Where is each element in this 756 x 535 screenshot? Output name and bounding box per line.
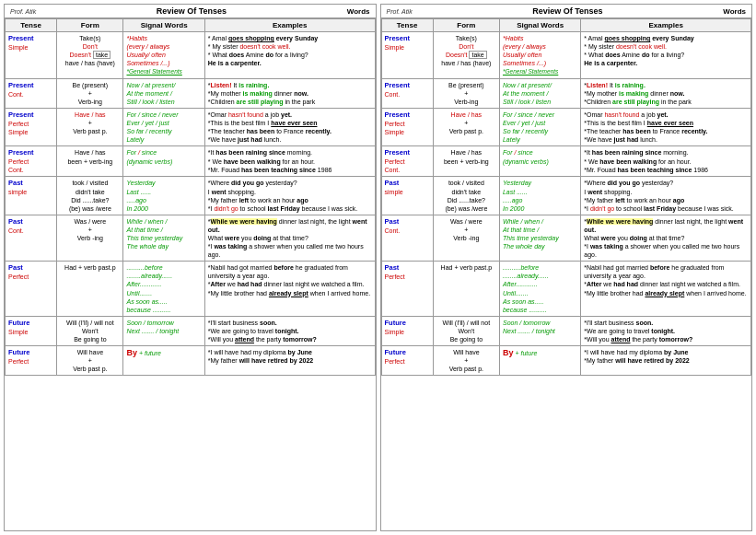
example-cell: *While we were having dinner last night,… [204, 215, 375, 261]
example-cell: *I'll start business soon. *We are going… [204, 316, 375, 345]
table-row: PastCont.Was / were+Verb -ingWhile / whe… [6, 215, 376, 261]
signal-cell: *Habits(every / alwaysUsually/ oftenSome… [123, 32, 204, 79]
signal-cell: ..........before........already......Aft… [123, 262, 204, 317]
tense-cell: PresentPerfectCont. [6, 146, 57, 177]
signal-cell: For / since / neverEver / yet / justSo f… [123, 109, 204, 146]
form-cell: Was / were+Verb -ing [433, 215, 499, 261]
signal-cell: Now / at present/At the moment /Still / … [123, 78, 204, 108]
table-row: PresentPerfectCont.Have / hasbeen + verb… [6, 146, 376, 177]
form-cell: Will have+Verb past p. [57, 346, 123, 376]
left-header: Prof. Atik Review Of Tenses Words [5, 5, 376, 18]
col-example-right: Examples [581, 19, 751, 32]
tense-cell: PresentSimple [381, 32, 433, 79]
form-cell: Had + verb past.p [57, 262, 123, 317]
left-title: Review Of Tenses [157, 6, 227, 16]
table-row: PresentCont.Be (present)+Verb-ingNow / a… [381, 78, 751, 108]
col-form-right: Form [433, 19, 499, 32]
tense-cell: PresentPerfectSimple [381, 109, 433, 146]
form-cell: Take(s)Don'tDoesn't takehave / has (have… [433, 32, 499, 79]
signal-cell: For / since(dynamic verbs) [499, 146, 580, 177]
example-cell: *Omar hasn't found a job yet. *This is t… [204, 109, 375, 146]
tense-cell: Pastsimple [381, 177, 433, 215]
right-header: Prof. Atik Review Of Tenses Words [381, 5, 752, 18]
tense-cell: PastCont. [6, 215, 57, 261]
form-cell: Have / has+Verb past p. [57, 109, 123, 146]
tense-cell: PresentPerfectSimple [6, 109, 57, 146]
table-row: PresentPerfectSimpleHave / has+Verb past… [381, 109, 751, 146]
col-form-left: Form [57, 19, 123, 32]
table-row: FutureSimpleWill (I'll) / will notWon'tB… [381, 316, 751, 345]
right-title: Review Of Tenses [532, 6, 602, 16]
form-cell: Have / has+Verb past p. [433, 109, 499, 146]
signal-cell: For / since / neverEver / yet / justSo f… [499, 109, 580, 146]
signal-cell: By + future [499, 346, 580, 376]
example-cell: * Amal goes shopping every Sunday * My s… [204, 32, 375, 79]
signal-cell: YesterdayLast ...........agoIn 2000 [499, 177, 580, 215]
form-cell: took / visiteddidn't takeDid ......take?… [433, 177, 499, 215]
tense-cell: PresentCont. [381, 78, 433, 108]
signal-cell: While / when /At that time /This time ye… [123, 215, 204, 261]
form-cell: Will (I'll) / will notWon'tBe going to [433, 316, 499, 345]
right-worksheet: Prof. Atik Review Of Tenses Words Tense … [380, 4, 753, 531]
tense-cell: PastCont. [381, 215, 433, 261]
example-cell: *Omar hasn't found a job yet. *This is t… [581, 109, 751, 146]
signal-cell: YesterdayLast ...........agoIn 2000 [123, 177, 204, 215]
signal-cell: Soon / tomorrowNext ....... / tonight [499, 316, 580, 345]
right-words-label: Words [723, 7, 746, 16]
table-row: PastCont.Was / were+Verb -ingWhile / whe… [381, 215, 751, 261]
left-author: Prof. Atik [10, 8, 36, 15]
signal-cell: By + future [123, 346, 204, 376]
tense-cell: PresentSimple [6, 32, 57, 79]
col-tense-right: Tense [381, 19, 433, 32]
signal-cell: For / since(dynamic verbs) [123, 146, 204, 177]
right-author: Prof. Atik [387, 8, 413, 15]
form-cell: Be (present)+Verb-ing [433, 78, 499, 108]
table-row: FuturePerfectWill have+Verb past p.By + … [6, 346, 376, 376]
example-cell: *I will have had my diploma by June *My … [581, 346, 751, 376]
signal-cell: Soon / tomorrowNext ....... / tonight [123, 316, 204, 345]
tense-cell: PastPerfect [6, 262, 57, 317]
table-row: PresentSimpleTake(s)Don'tDoesn't takehav… [6, 32, 376, 79]
tense-cell: PresentCont. [6, 78, 57, 108]
signal-cell: ..........before........already......Aft… [499, 262, 580, 317]
table-row: PresentPerfectCont.Have / hasbeen + verb… [381, 146, 751, 177]
example-cell: *It has been raining since morning. * We… [581, 146, 751, 177]
form-cell: Have / hasbeen + verb-ing [57, 146, 123, 177]
signal-cell: While / when /At that time /This time ye… [499, 215, 580, 261]
example-cell: *Nabil had got married before he graduat… [581, 262, 751, 317]
example-cell: *Listen! It is raining. *My mother is ma… [581, 78, 751, 108]
left-table: Tense Form Signal Words Examples Present… [5, 18, 376, 376]
tense-cell: FuturePerfect [381, 346, 433, 376]
tense-cell: FutureSimple [381, 316, 433, 345]
left-words-label: Words [347, 7, 370, 16]
form-cell: Be (present)+Verb-ing [57, 78, 123, 108]
col-example-left: Examples [204, 19, 375, 32]
col-tense-left: Tense [6, 19, 57, 32]
signal-cell: Now / at present/At the moment /Still / … [499, 78, 580, 108]
left-worksheet: Prof. Atik Review Of Tenses Words Tense … [4, 4, 377, 531]
example-cell: *Where did you go yesterday? I went shop… [204, 177, 375, 215]
example-cell: *Nabil had got married before he graduat… [204, 262, 375, 317]
tense-cell: FutureSimple [6, 316, 57, 345]
right-header-row: Tense Form Signal Words Examples [381, 19, 751, 32]
table-row: PresentSimpleTake(s)Don'tDoesn't takehav… [381, 32, 751, 79]
col-signal-left: Signal Words [123, 19, 204, 32]
tense-cell: FuturePerfect [6, 346, 57, 376]
form-cell: Will have+Verb past p. [433, 346, 499, 376]
form-cell: Have / hasbeen + verb-ing [433, 146, 499, 177]
example-cell: *Listen! It is raining. *My mother is ma… [204, 78, 375, 108]
table-row: PastPerfectHad + verb past.p..........be… [381, 262, 751, 317]
table-row: Pastsimpletook / visiteddidn't takeDid .… [381, 177, 751, 215]
tense-cell: Pastsimple [6, 177, 57, 215]
table-row: FutureSimpleWill (I'll) / will notWon'tB… [6, 316, 376, 345]
right-table: Tense Form Signal Words Examples Present… [381, 18, 752, 376]
tense-cell: PresentPerfectCont. [381, 146, 433, 177]
signal-cell: *Habits(every / alwaysUsually/ oftenSome… [499, 32, 580, 79]
table-row: PastPerfectHad + verb past.p..........be… [6, 262, 376, 317]
form-cell: Was / were+Verb -ing [57, 215, 123, 261]
table-row: FuturePerfectWill have+Verb past p.By + … [381, 346, 751, 376]
left-header-row: Tense Form Signal Words Examples [6, 19, 376, 32]
form-cell: Take(s)Don'tDoesn't takehave / has (have… [57, 32, 123, 79]
table-row: PresentCont.Be (present)+Verb-ingNow / a… [6, 78, 376, 108]
col-signal-right: Signal Words [499, 19, 580, 32]
